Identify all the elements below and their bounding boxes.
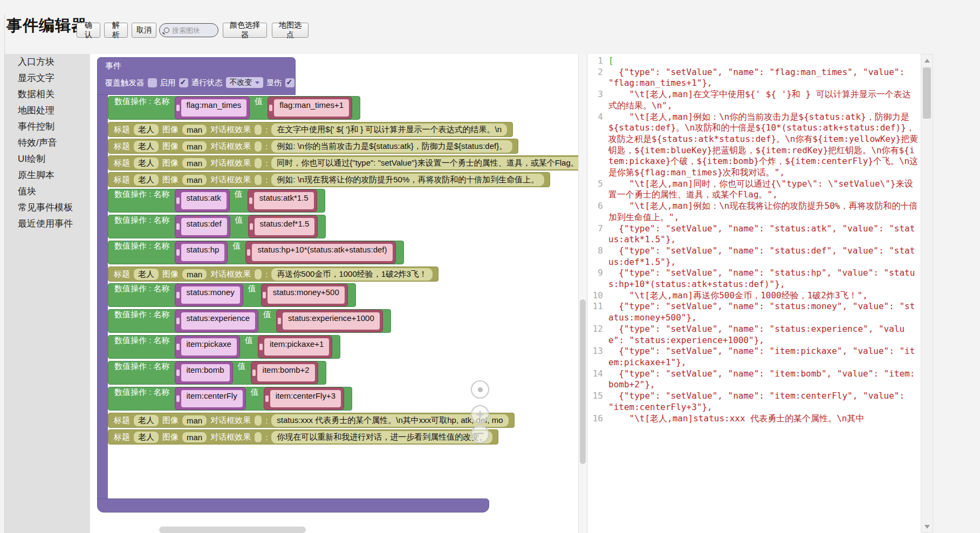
value-chip[interactable]: status:experience+1000 [276,310,383,332]
cancel-button[interactable]: 取消 [132,23,156,38]
name-chip-text[interactable]: status:def [181,218,227,235]
value-chip[interactable]: status:def*1.5 [248,215,318,238]
value-chip[interactable]: status:hp+10*(status:atk+status:def) [245,241,395,264]
value-chip-text[interactable]: item:pickaxe+1 [264,338,329,356]
dialog-title-tag[interactable]: 老人 [134,141,159,152]
value-chip-text[interactable]: flag:man_times+1 [274,99,349,117]
dialog-image-tag[interactable]: man [182,125,207,135]
sidebar-category-item[interactable]: 地图处理 [5,102,90,119]
value-chip-text[interactable]: status:money+500 [268,286,345,304]
value-chip[interactable]: item:centerFly+3 [264,387,344,410]
name-chip[interactable]: item:centerFly [175,387,246,410]
value-chip-text[interactable]: status:experience+1000 [283,312,380,330]
setvalue-block[interactable]: 数值操作 : 名称item:bomb值item:bomb+2 [108,361,326,385]
event-block-footer[interactable] [97,498,489,512]
name-chip[interactable]: status:def [175,215,230,238]
enable-checkbox[interactable] [179,78,188,87]
name-chip[interactable]: item:bomb [175,361,233,384]
name-chip-text[interactable]: status:hp [181,244,225,261]
code-line-text[interactable]: {"type": "setValue", "name": "status:exp… [608,324,921,346]
name-chip[interactable]: status:money [175,284,243,306]
dialog-effect-checkbox[interactable] [255,175,262,185]
search-input[interactable] [172,26,215,35]
sidebar-category-item[interactable]: 数据相关 [5,86,90,102]
dialog-block[interactable]: 标题老人图像man对话框效果:在文字中使用${' ${ '}和 } 可以计算并显… [108,122,513,137]
code-line-text[interactable]: {"type": "setValue", "name": "status:hp"… [608,268,921,290]
sidebar-category-item[interactable]: 原生脚本 [5,167,90,183]
dialog-block[interactable]: 标题老人图像man对话框效果:再送你500金币，1000经验，1破2炸3飞！ [108,266,438,282]
setvalue-block[interactable]: 数值操作 : 名称status:def值status:def*1.5 [108,215,326,238]
event-block[interactable]: 事件 覆盖触发器 启用 通行状态 不改变 显伤 [97,57,296,95]
code-line-text[interactable]: {"type": "setValue", "name": "item:cente… [608,391,921,413]
sidebar-category-item[interactable]: 入口方块 [5,54,90,70]
editor-scrollbar-thumb[interactable] [923,67,931,119]
confirm-button[interactable]: 确认 [77,23,100,38]
dialog-block[interactable]: 标题老人图像man对话框效果:你现在可以重新和我进行对话，进一步看到属性值的改变… [108,429,498,445]
setvalue-block[interactable]: 数值操作 : 名称status:atk值status:atk*1.5 [108,189,325,213]
value-chip-text[interactable]: item:bomb+2 [257,364,315,381]
value-chip[interactable]: status:money+500 [261,284,348,306]
scroll-down-arrow-icon[interactable] [921,522,933,531]
dialog-block[interactable]: 标题老人图像man对话框效果:例如: \n现在我将让你的攻防提升50%，再将攻防… [108,172,550,187]
dialog-effect-checkbox[interactable] [255,415,262,426]
overlay-trigger-checkbox[interactable] [148,78,157,87]
name-chip[interactable]: status:atk [175,189,230,212]
setvalue-block[interactable]: 数值操作 : 名称flag:man_times值flag:man_times+1 [108,96,360,120]
map-pick-button[interactable]: 地图选点 [272,23,309,38]
code-line-text[interactable]: [ [608,56,921,67]
dialog-title-tag[interactable]: 老人 [134,124,159,135]
sidebar-category-item[interactable]: 事件控制 [5,119,90,135]
dialog-text-field[interactable]: 例如: \n现在我将让你的攻防提升50%，再将攻防和的十倍加到生命值上。 [271,174,544,186]
code-line-text[interactable]: {"type": "setValue", "name": "status:mon… [608,301,921,323]
dialog-text-field[interactable]: 例如: \n你的当前攻击力是${status:atk}，防御力是${status… [271,140,512,153]
name-chip-text[interactable]: item:centerFly [181,390,243,407]
value-chip[interactable]: item:pickaxe+1 [258,336,332,358]
parse-button[interactable]: 解析 [104,23,128,38]
value-chip-text[interactable]: status:hp+10*(status:atk+status:def) [252,244,392,261]
name-chip[interactable]: status:hp [175,241,228,264]
dialog-image-tag[interactable]: man [182,432,207,442]
dialog-text-field[interactable]: 再送你500金币，1000经验，1破2炸3飞！ [271,268,432,281]
pass-state-dropdown[interactable]: 不改变 [226,77,263,88]
dialog-text-field[interactable]: 你现在可以重新和我进行对话，进一步看到属性值的改变。 [271,431,492,443]
value-chip-text[interactable]: item:centerFly+3 [270,390,341,407]
dialog-effect-checkbox[interactable] [255,269,262,279]
name-chip[interactable]: status:experience [175,310,259,332]
dialog-effect-checkbox[interactable] [255,125,262,135]
name-chip[interactable]: flag:man_times [175,97,250,119]
dialog-image-tag[interactable]: man [182,269,207,279]
editor-scrollbar-track[interactable] [921,54,933,533]
block-search-box[interactable] [159,23,218,37]
dialog-block[interactable]: 标题老人图像man对话框效果:status:xxx 代表勇士的某个属性。\n其中… [108,413,515,428]
code-line-text[interactable]: {"type": "setValue", "name": "status:atk… [608,223,921,245]
dialog-title-tag[interactable]: 老人 [134,174,159,186]
sidebar-category-item[interactable]: 值块 [5,183,90,200]
code-line-text[interactable]: {"type": "setValue", "name": "item:picka… [608,346,921,368]
code-line-text[interactable]: "\t[老人,man]再送你500金币，1000经验，1破2炸3飞！", [608,290,921,302]
name-chip-text[interactable]: item:bomb [181,364,230,381]
sidebar-category-item[interactable]: 特效/声音 [5,135,90,151]
value-chip-text[interactable]: status:atk*1.5 [254,192,314,209]
dialog-text-field[interactable]: 在文字中使用${' ${ '}和 } 可以计算并显示一个表达式的结果。\n [271,124,507,136]
value-chip-text[interactable]: status:def*1.5 [255,218,315,235]
dialog-effect-checkbox[interactable] [255,432,262,442]
code-line-text[interactable]: {"type": "setValue", "name": "flag:man_t… [608,67,921,89]
setvalue-block[interactable]: 数值操作 : 名称status:hp值status:hp+10*(status:… [108,241,404,264]
dialog-effect-checkbox[interactable] [255,158,262,168]
dialog-title-tag[interactable]: 老人 [134,432,159,443]
setvalue-block[interactable]: 数值操作 : 名称item:pickaxe值item:pickaxe+1 [108,335,340,359]
sidebar-category-item[interactable]: 显示文字 [5,70,90,86]
dialog-title-tag[interactable]: 老人 [134,269,159,280]
setvalue-block[interactable]: 数值操作 : 名称item:centerFly值item:centerFly+3 [108,387,352,411]
setvalue-block[interactable]: 数值操作 : 名称status:experience值status:experi… [108,309,391,333]
value-chip[interactable]: flag:man_times+1 [268,97,352,119]
sidebar-category-item[interactable]: 常见事件模板 [5,200,90,216]
color-picker-button[interactable]: 颜色选择器 [223,23,267,38]
dialog-image-tag[interactable]: man [182,141,207,152]
code-line-text[interactable]: "\t[老人,man]status:xxx 代表勇士的某个属性。\n其中 [608,413,921,425]
dialog-effect-checkbox[interactable] [255,141,262,152]
dialog-block[interactable]: 标题老人图像man对话框效果:例如: \n你的当前攻击力是${status:at… [108,139,518,154]
code-line-text[interactable]: "\t[老人,man]同时，你也可以通过{\"type\": \"setValu… [608,179,921,201]
dialog-title-tag[interactable]: 老人 [134,415,159,426]
sidebar-category-item[interactable]: 最近使用事件 [5,216,90,232]
